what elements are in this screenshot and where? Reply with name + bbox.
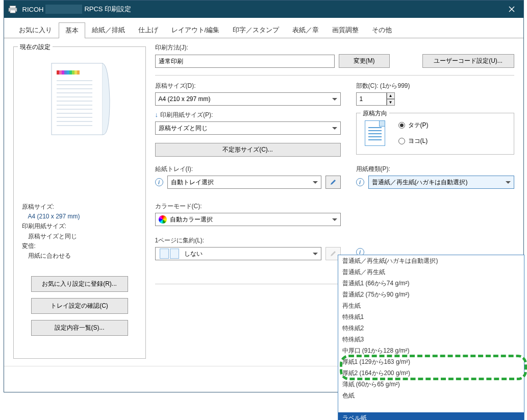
nup-label: 1ページに集約(L): [155,236,341,245]
tab-0[interactable]: お気に入り [12,22,59,38]
paper-type-dropdown[interactable]: 普通紙／再生紙(ハガキは自動選択)普通紙／再生紙普通紙1 (66から74 g/m… [338,255,524,420]
copies-up[interactable]: ▲ [387,92,395,99]
title-redacted [45,5,82,14]
svg-rect-14 [74,70,77,75]
change-button[interactable]: 変更(M) [339,54,390,68]
tab-7[interactable]: 画質調整 [325,22,365,38]
color-wheel-icon [159,215,167,224]
svg-rect-15 [77,70,80,75]
close-button[interactable] [500,1,523,18]
user-code-button[interactable]: ユーザーコード設定(U)... [422,54,514,68]
paper-type-option[interactable]: 厚紙2 (164から200 g/m²) [338,367,524,379]
orientation-landscape-radio[interactable]: ヨコ(L) [398,137,429,145]
paper-type-option[interactable]: 特殊紙1 [338,311,524,323]
svg-rect-7 [57,70,59,75]
paper-type-option[interactable]: 普通紙／再生紙(ハガキは自動選択) [338,255,524,266]
orientation-group: 原稿方向 タテ(P) ヨコ(L) [356,113,514,155]
tab-3[interactable]: 仕上げ [132,22,165,38]
tray-select[interactable]: 自動トレイ選択 [167,176,321,189]
summary-printsize-label: 印刷用紙サイズ: [22,221,140,231]
print-paper-size-select[interactable]: 原稿サイズと同じ [155,121,341,135]
orientation-portrait-radio[interactable]: タテ(P) [398,121,429,130]
svg-rect-2 [10,10,15,13]
custom-size-button[interactable]: 不定形サイズ(C)... [155,143,341,157]
summary-docsize-value: A4 (210 x 297 mm) [22,212,140,221]
print-method-label: 印刷方法(J): [155,43,514,52]
paper-type-option[interactable]: 普通紙2 (75から90 g/m²) [338,289,524,300]
register-favorite-button[interactable]: お気に入り設定に登録(R)... [31,276,128,292]
print-method-value: 通常印刷 [155,55,335,68]
svg-rect-8 [59,70,62,75]
portrait-icon [365,120,385,146]
color-mode-select[interactable]: 自動カラー選択 [155,213,341,226]
copies-spinner[interactable]: ▲▼ [356,92,514,106]
print-settings-dialog: RICOH RPCS 印刷設定 お気に入り基本給紙／排紙仕上げレイアウト/編集印… [4,0,524,392]
paper-type-option[interactable]: 普通紙1 (66から74 g/m²) [338,278,524,289]
paper-type-select[interactable]: 普通紙／再生紙(ハガキは自動選択) [368,176,514,189]
current-settings-group: 現在の設定 原稿サイズ: A4 (210 x 297 mm) 印刷用紙サイズ: [13,46,146,359]
tab-6[interactable]: 表紙／章 [286,22,325,38]
tab-5[interactable]: 印字／スタンプ [226,22,286,38]
svg-rect-12 [69,70,72,75]
svg-rect-10 [64,70,67,75]
check-tray-button[interactable]: トレイ設定の確認(C) [31,298,128,314]
copies-label: 部数(C): (1から999) [356,82,514,90]
tab-2[interactable]: 給紙／排紙 [85,22,132,38]
tab-4[interactable]: レイアウト/編集 [165,22,227,38]
summary-zoom-value: 用紙に合わせる [22,251,140,261]
svg-rect-11 [67,70,69,75]
summary-printsize-value: 原稿サイズと同じ [22,232,140,241]
tray-edit-button[interactable] [325,176,341,189]
settings-summary: 原稿サイズ: A4 (210 x 297 mm) 印刷用紙サイズ: 原稿サイズと… [19,202,140,261]
paper-type-option[interactable]: 色紙 [338,390,524,401]
paper-type-option[interactable]: ラベル紙 [338,412,524,420]
pages-icon [159,247,180,260]
paper-type-option[interactable]: 再生紙 [338,300,524,311]
paper-type-option[interactable]: 中厚口 (91から128 g/m²) [338,345,524,356]
svg-rect-13 [72,70,74,75]
tab-1[interactable]: 基本 [59,22,85,38]
svg-rect-9 [62,70,64,75]
print-paper-size-label: ↓印刷用紙サイズ(P): [155,111,341,119]
info-icon[interactable]: i [155,178,163,186]
paper-type-option[interactable] [338,401,524,412]
paper-type-label: 用紙種類(P): [356,165,514,174]
close-icon [509,6,515,12]
svg-rect-0 [10,6,16,8]
copies-down[interactable]: ▼ [387,99,395,106]
tray-label: 給紙トレイ(I): [155,165,341,174]
pencil-icon [330,179,337,186]
info-icon[interactable]: i [356,178,364,186]
arrow-down-icon: ↓ [155,111,159,118]
copies-input[interactable] [356,92,387,106]
document-preview-icon [46,59,113,146]
title-suffix: RPCS 印刷設定 [84,5,131,14]
printer-icon [8,5,17,13]
paper-type-option[interactable]: 特殊紙2 [338,323,524,334]
paper-type-option[interactable]: 薄紙 (60から65 g/m²) [338,379,524,390]
pencil-icon [330,250,337,257]
current-settings-legend: 現在の設定 [18,43,53,52]
summary-zoom-label: 変倍: [22,241,140,251]
tab-bar: お気に入り基本給紙／排紙仕上げレイアウト/編集印字／スタンプ表紙／章画質調整その… [4,18,523,38]
doc-size-select[interactable]: A4 (210 x 297 mm) [155,92,341,106]
title-brand: RICOH [22,6,44,13]
titlebar: RICOH RPCS 印刷設定 [4,1,523,18]
summary-docsize-label: 原稿サイズ: [22,202,140,212]
settings-list-button[interactable]: 設定内容一覧(S)... [31,320,128,336]
paper-type-option[interactable]: 厚紙1 (129から163 g/m²) [338,356,524,367]
tab-8[interactable]: その他 [365,22,398,38]
color-mode-label: カラーモード(C): [155,202,341,211]
paper-type-option[interactable]: 特殊紙3 [338,334,524,345]
paper-type-option[interactable]: 普通紙／再生紙 [338,266,524,278]
doc-size-label: 原稿サイズ(D): [155,82,341,90]
nup-select[interactable]: しない [155,247,321,260]
orientation-legend: 原稿方向 [361,109,389,118]
